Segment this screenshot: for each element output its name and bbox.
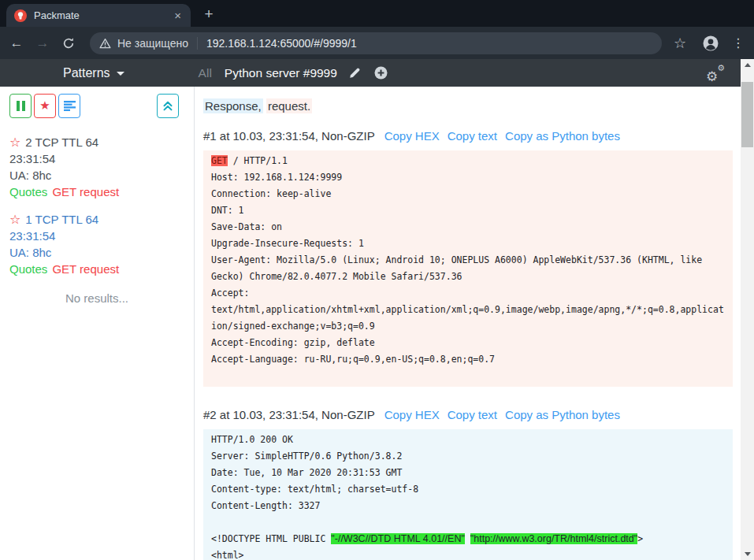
entry-title-row: ☆ 1 TCP TTL 64 xyxy=(9,211,194,228)
entry-ua: UA: 8hc xyxy=(9,244,194,261)
packmate-favicon-icon xyxy=(14,9,27,22)
sidebar: ★ ☆ 2 TCP TTL 64 23:31:54 UA: 8hc Quotes… xyxy=(0,87,195,560)
patterns-dropdown[interactable]: Patterns xyxy=(63,66,124,80)
entry-title: 2 TCP TTL 64 xyxy=(25,134,98,150)
tag-quotes: Quotes xyxy=(9,262,47,276)
caret-down-icon xyxy=(117,72,124,76)
collapse-sidebar-button[interactable] xyxy=(157,94,179,118)
address-bar[interactable]: Не защищено 192.168.1.124:65000/#/9999/1 xyxy=(90,32,662,54)
packet-2-meta: #2 at 10.03, 23:31:54, Non-GZIP xyxy=(203,408,375,421)
sidebar-toolbar: ★ xyxy=(9,94,184,118)
stream-summary: Response, request. xyxy=(203,98,733,114)
packet-2-header: #2 at 10.03, 23:31:54, Non-GZIPCopy HEXC… xyxy=(203,406,733,423)
profile-avatar-icon[interactable] xyxy=(702,35,719,52)
tab-close-icon[interactable]: × xyxy=(173,9,183,22)
entry-tags: QuotesGET request xyxy=(9,261,194,277)
align-lines-icon xyxy=(64,101,76,111)
settings-gears-icon[interactable]: ⚙ ⚙ xyxy=(706,65,725,82)
not-secure-warning-icon xyxy=(99,38,111,49)
entry-title: 1 TCP TTL 64 xyxy=(25,211,98,228)
scroll-up-arrow[interactable] xyxy=(741,59,754,71)
packet-list-item-1[interactable]: ☆ 2 TCP TTL 64 23:31:54 UA: 8hc QuotesGE… xyxy=(9,134,194,200)
pattern-tab-python-server[interactable]: Python server #9999 xyxy=(225,66,337,80)
gear-icon-large: ⚙ xyxy=(706,70,718,83)
security-label: Не защищено xyxy=(117,37,188,50)
copy-python-bytes-link[interactable]: Copy as Python bytes xyxy=(505,408,620,421)
scroll-down-arrow[interactable] xyxy=(741,548,754,560)
packet-1-header: #1 at 10.03, 23:31:54, Non-GZIPCopy HEXC… xyxy=(203,128,733,144)
gear-icon-small: ⚙ xyxy=(717,64,725,72)
pause-capture-button[interactable] xyxy=(9,94,32,118)
add-pattern-icon[interactable] xyxy=(374,66,388,80)
request-body: GET / HTTP/1.1 Host: 192.168.1.124:9999 … xyxy=(203,150,733,387)
app-navbar: Patterns All Python server #9999 ⚙ ⚙ xyxy=(0,59,741,87)
copy-hex-link[interactable]: Copy HEX xyxy=(384,408,440,421)
no-results-text: No results... xyxy=(0,291,194,305)
triangle-up-icon xyxy=(745,63,751,67)
browser-menu-icon[interactable]: ⋮ xyxy=(729,35,748,50)
entry-title-row: ☆ 2 TCP TTL 64 xyxy=(9,134,194,150)
entry-tags: QuotesGET request xyxy=(9,184,194,200)
edit-pattern-icon[interactable] xyxy=(348,67,361,80)
entry-time: 23:31:54 xyxy=(9,150,194,167)
tag-get-request: GET request xyxy=(52,262,119,276)
packet-1-meta: #1 at 10.03, 23:31:54, Non-GZIP xyxy=(203,129,375,143)
back-button[interactable]: ← xyxy=(7,35,26,51)
triangle-down-icon xyxy=(745,552,751,556)
url-text: 192.168.1.124:65000/#/9999/1 xyxy=(206,37,357,50)
browser-tab-strip: Packmate × + xyxy=(0,0,754,27)
patterns-label: Patterns xyxy=(63,66,110,80)
browser-toolbar: ← → Не защищено 192.168.1.124:65000/#/99… xyxy=(0,27,754,59)
bookmark-star-icon[interactable]: ☆ xyxy=(670,35,689,52)
favorites-filter-button[interactable]: ★ xyxy=(34,94,56,118)
list-view-button[interactable] xyxy=(58,94,80,118)
favorite-star-icon[interactable]: ☆ xyxy=(9,136,20,149)
tag-quotes: Quotes xyxy=(9,185,47,198)
new-tab-button[interactable]: + xyxy=(199,5,219,24)
entry-time: 23:31:54 xyxy=(9,228,194,244)
pause-icon xyxy=(17,101,20,111)
copy-text-link[interactable]: Copy text xyxy=(448,129,497,143)
double-chevron-up-icon xyxy=(162,101,173,111)
tab-title: Packmate xyxy=(34,9,173,21)
copy-hex-link[interactable]: Copy HEX xyxy=(384,129,440,143)
copy-python-bytes-link[interactable]: Copy as Python bytes xyxy=(505,129,620,143)
reload-button[interactable] xyxy=(59,37,78,50)
browser-window: Packmate × + ← → Не защищено 192.168.1.1… xyxy=(0,0,754,560)
tag-get-request: GET request xyxy=(52,185,119,198)
pattern-tab-all[interactable]: All xyxy=(199,66,212,80)
packet-list-item-2[interactable]: ☆ 1 TCP TTL 64 23:31:54 UA: 8hc QuotesGE… xyxy=(9,211,194,277)
scrollbar-thumb[interactable] xyxy=(741,82,753,147)
packet-detail-panel: Response, request. #1 at 10.03, 23:31:54… xyxy=(195,87,741,560)
favorite-star-icon[interactable]: ☆ xyxy=(9,213,20,226)
forward-button[interactable]: → xyxy=(33,35,52,51)
response-body: HTTP/1.0 200 OK Server: SimpleHTTP/0.6 P… xyxy=(203,429,733,560)
page-scrollbar[interactable] xyxy=(741,59,754,560)
omnibox-divider xyxy=(197,37,198,50)
browser-tab-packmate[interactable]: Packmate × xyxy=(6,4,191,27)
star-icon: ★ xyxy=(39,100,50,112)
copy-text-link[interactable]: Copy text xyxy=(448,408,497,421)
entry-ua: UA: 8hc xyxy=(9,167,194,184)
